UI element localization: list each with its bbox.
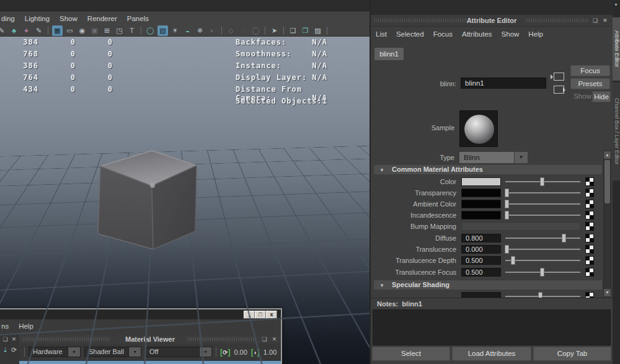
texture-map-button[interactable]	[585, 189, 594, 197]
grease-pencil-icon[interactable]: ✎	[0, 25, 7, 36]
attribute-scrollbar[interactable]: ▲ ▼	[603, 151, 611, 297]
slider-handle[interactable]	[505, 189, 509, 197]
translucence-slider[interactable]	[505, 245, 580, 254]
move-tool-icon[interactable]: +	[21, 25, 32, 36]
presets-button[interactable]: Presets	[570, 78, 610, 89]
transparency-slider[interactable]	[505, 189, 580, 197]
gate-mask-icon[interactable]: ▣	[89, 25, 100, 36]
dock-tab-channel-box[interactable]: Channel Box / Layer Editor	[613, 82, 620, 180]
ambient-color-slider[interactable]	[505, 200, 580, 208]
fog-icon[interactable]: ◌	[238, 25, 249, 36]
load-attributes-button[interactable]: Load Attributes	[452, 347, 531, 361]
slider-handle[interactable]	[540, 268, 544, 277]
material-sample-swatch[interactable]	[459, 110, 498, 147]
slider-handle[interactable]	[505, 245, 509, 254]
menu-show[interactable]: Show	[60, 15, 78, 22]
translucence-focus-value-field[interactable]: 0.500	[461, 268, 501, 277]
menu-focus[interactable]: Focus	[433, 30, 453, 38]
texture-map-button[interactable]	[585, 200, 594, 208]
panel-popout-icon[interactable]: ❏	[591, 17, 599, 24]
exposure-value[interactable]: 1.00	[264, 348, 277, 356]
menu-help[interactable]: Help	[19, 322, 33, 330]
slider-handle[interactable]	[538, 292, 542, 298]
environment-select[interactable]: Off ▼	[145, 347, 212, 357]
exposure-icon[interactable]: [◗]	[251, 348, 260, 357]
menu-show[interactable]: Show	[502, 30, 520, 38]
rotate-icon[interactable]: ⟳	[10, 346, 18, 353]
lighting-icon[interactable]: ☀	[170, 25, 180, 36]
node-name-input[interactable]: blinn1	[461, 78, 546, 89]
sort-icon[interactable]: ⇣	[1, 346, 9, 353]
scroll-up-icon[interactable]: ▲	[604, 151, 611, 159]
texture-map-button[interactable]	[585, 211, 594, 220]
texture-map-button[interactable]	[585, 268, 594, 277]
texture-map-button[interactable]	[585, 234, 594, 242]
menu-options-partial[interactable]: ns	[1, 322, 9, 330]
pan-zoom-icon[interactable]: ❐	[300, 25, 311, 36]
section-common-material-attributes[interactable]: ▼ Common Material Attributes	[374, 165, 602, 174]
panel-close-icon[interactable]: ✕	[601, 17, 609, 24]
show-button[interactable]: Show	[574, 92, 591, 100]
color-swatch[interactable]	[461, 189, 501, 197]
copy-tab-button[interactable]: Copy Tab	[533, 347, 611, 361]
multisample-icon[interactable]: ◇	[226, 25, 236, 36]
menu-shading-partial[interactable]: ding	[1, 15, 15, 22]
motion-blur-icon[interactable]: ◐	[207, 25, 218, 36]
translucence-depth-slider[interactable]	[505, 256, 580, 265]
isolate-select-icon[interactable]: ❏	[288, 25, 298, 36]
dock-tab-attribute-editor[interactable]: Attribute Editor	[613, 17, 620, 81]
scroll-down-icon[interactable]: ▼	[604, 289, 611, 296]
close-button[interactable]: x	[266, 311, 277, 319]
menu-list[interactable]: List	[376, 30, 387, 38]
slider-handle[interactable]	[540, 177, 544, 186]
output-connections-icon[interactable]	[554, 86, 564, 94]
texture-map-button[interactable]	[585, 245, 594, 254]
resolution-gate-icon[interactable]: ◉	[77, 25, 87, 36]
slider-handle[interactable]	[505, 200, 509, 208]
shadows-icon[interactable]: ◒	[182, 25, 193, 36]
shaded-cube-icon[interactable]: ▧	[157, 25, 168, 36]
wire-sphere-icon[interactable]: ◯	[145, 25, 156, 36]
diffuse-slider[interactable]	[505, 234, 580, 242]
turntable-icon[interactable]: [⟳]	[220, 348, 230, 357]
turntable-value[interactable]: 0.00	[234, 348, 247, 356]
panel-close-icon[interactable]: ✕	[270, 335, 278, 343]
menu-lighting[interactable]: Lighting	[25, 15, 50, 22]
field-chart-icon[interactable]: ⊞	[102, 25, 112, 36]
geometry-select[interactable]: Shader Ball ▼	[84, 347, 141, 357]
screen-ao-icon[interactable]: ❄	[195, 25, 205, 36]
minimize-button[interactable]: _	[244, 311, 255, 319]
grid-display-icon[interactable]: ▦	[52, 25, 63, 36]
color-swatch[interactable]	[461, 211, 501, 220]
texture-map-button[interactable]	[585, 222, 594, 231]
hide-button[interactable]: Hide	[592, 91, 611, 102]
bump-mapping-field[interactable]	[461, 222, 580, 231]
select-button[interactable]: Select	[372, 347, 450, 361]
maximize-button[interactable]: □	[255, 311, 266, 319]
menu-attributes[interactable]: Attributes	[462, 30, 492, 38]
texture-map-button[interactable]	[585, 256, 594, 265]
material-viewer-header[interactable]: Material Viewer ❏ ✕	[19, 335, 281, 344]
menu-panels[interactable]: Panels	[127, 15, 149, 22]
safe-title-icon[interactable]: T	[126, 25, 137, 36]
texture-map-button[interactable]	[585, 292, 594, 298]
slider-handle[interactable]	[562, 234, 566, 242]
panel-popout-icon[interactable]: ❏	[260, 335, 268, 343]
panel-popout-icon[interactable]: ❏	[1, 335, 9, 343]
slider-handle[interactable]	[511, 256, 515, 265]
renderer-select[interactable]: Hardware ▼	[29, 347, 81, 357]
film-gate-icon[interactable]: ▭	[64, 25, 75, 36]
material-type-select[interactable]: Blinn ▼	[459, 152, 528, 163]
menu-selected[interactable]: Selected	[396, 30, 424, 38]
partial-slider[interactable]	[505, 292, 580, 298]
color-slider[interactable]	[505, 177, 580, 186]
tab-blinn1[interactable]: blinn1	[374, 48, 404, 60]
focus-button[interactable]: Focus	[570, 65, 610, 76]
color-swatch[interactable]	[461, 200, 501, 208]
translucence-value-field[interactable]: 0.000	[461, 245, 501, 254]
diffuse-value-field[interactable]: 0.800	[461, 234, 501, 242]
select-cursor-icon[interactable]: ➤	[269, 25, 280, 36]
scrollbar-thumb[interactable]	[604, 160, 610, 203]
image-plane-icon[interactable]: ▨	[312, 25, 323, 36]
section-specular-shading[interactable]: ▼ Specular Shading	[374, 280, 602, 290]
